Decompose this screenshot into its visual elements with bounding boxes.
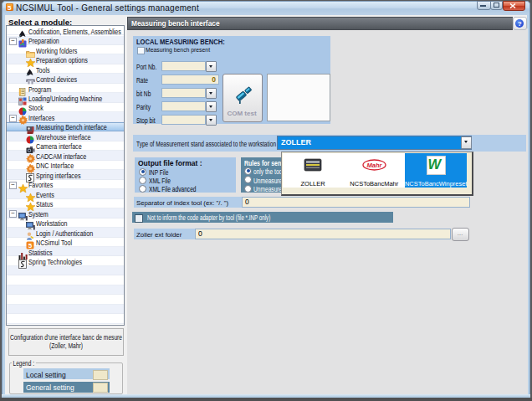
svg-text:Mahr: Mahr [367,162,383,169]
